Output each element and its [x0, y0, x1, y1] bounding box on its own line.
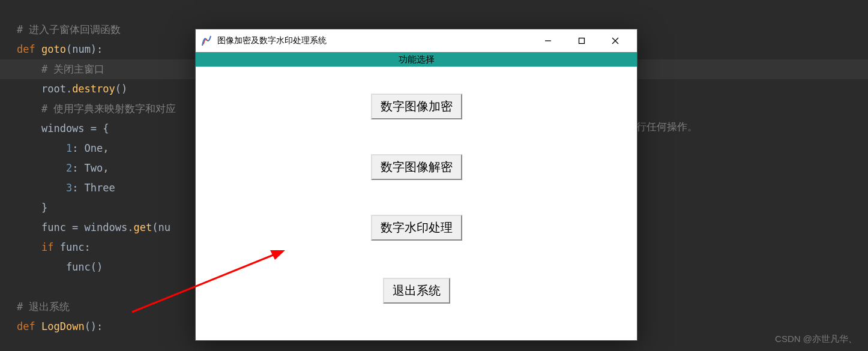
- number: 3: [17, 182, 72, 194]
- parens: (nu: [152, 221, 170, 233]
- text: : One,: [72, 142, 109, 154]
- svg-rect-1: [579, 38, 585, 43]
- comment: # 退出系统: [17, 301, 70, 313]
- identifier: func = windows.: [17, 221, 133, 233]
- brace: }: [17, 202, 47, 214]
- decrypt-button[interactable]: 数字图像解密: [371, 154, 462, 180]
- keyword-def: def: [17, 320, 35, 332]
- window-title: 图像加密及数字水印处理系统: [217, 35, 531, 46]
- code-line: [0, 0, 868, 20]
- window-body: 数字图像加密 数字图像解密 数字水印处理 退出系统: [196, 67, 637, 304]
- parens: ():: [85, 320, 103, 332]
- encrypt-button[interactable]: 数字图像加密: [371, 94, 462, 119]
- number: 2: [17, 162, 72, 174]
- minimize-button[interactable]: [531, 31, 565, 51]
- number: 1: [17, 142, 72, 154]
- watermark-button[interactable]: 数字水印处理: [371, 215, 462, 241]
- window-controls: [531, 31, 632, 51]
- params: (num):: [66, 43, 103, 55]
- func-name: LogDown: [41, 320, 85, 332]
- identifier: windows = {: [17, 122, 109, 134]
- keyword-def: def: [17, 43, 35, 55]
- maximize-button[interactable]: [565, 31, 598, 51]
- csdn-watermark: CSDN @亦世凡华、: [775, 334, 857, 345]
- tkinter-window: 图像加密及数字水印处理系统 功能选择 数字图像加密 数字图像解密 数字水印处理 …: [195, 29, 637, 341]
- parens: (): [115, 83, 127, 95]
- func-name: goto: [41, 43, 66, 55]
- method: destroy: [72, 83, 115, 95]
- identifier: root.: [17, 83, 72, 95]
- text: func:: [53, 241, 90, 253]
- method: get: [133, 221, 152, 233]
- banner-label: 功能选择: [196, 52, 637, 67]
- text: : Three: [72, 182, 115, 194]
- close-button[interactable]: [598, 31, 632, 51]
- exit-button[interactable]: 退出系统: [383, 278, 450, 304]
- comment: # 使用字典来映射数字和对应: [17, 103, 176, 115]
- comment: # 关闭主窗口: [17, 63, 104, 75]
- keyword-if: if: [17, 241, 53, 253]
- comment: # 进入子窗体回调函数: [17, 23, 121, 35]
- text: : Two,: [72, 162, 109, 174]
- titlebar[interactable]: 图像加密及数字水印处理系统: [196, 29, 637, 52]
- tkinter-icon: [200, 35, 212, 47]
- partial-comment-text: 行任何操作。: [636, 120, 698, 134]
- identifier: func(): [17, 261, 103, 273]
